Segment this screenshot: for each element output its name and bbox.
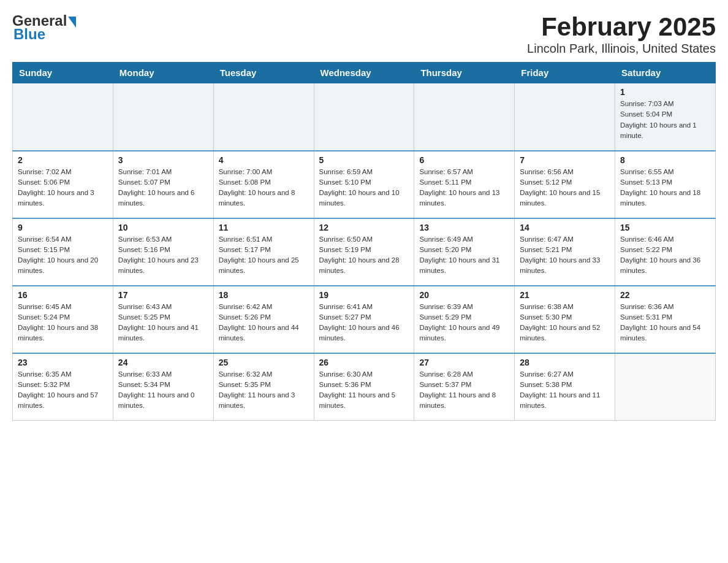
day-info: Sunrise: 6:55 AMSunset: 5:13 PMDaylight:… [620,167,710,209]
calendar-cell: 23Sunrise: 6:35 AMSunset: 5:32 PMDayligh… [13,353,113,421]
day-number: 23 [18,358,108,367]
calendar-cell: 10Sunrise: 6:53 AMSunset: 5:16 PMDayligh… [113,218,213,286]
day-number: 2 [18,155,108,165]
calendar-header-row: Sunday Monday Tuesday Wednesday Thursday… [13,63,716,83]
calendar-cell [414,83,515,151]
day-number: 18 [219,290,309,300]
col-wednesday: Wednesday [314,63,414,83]
col-tuesday: Tuesday [213,63,314,83]
col-monday: Monday [113,63,213,83]
day-number: 22 [620,290,710,300]
col-friday: Friday [515,63,615,83]
day-info: Sunrise: 6:30 AMSunset: 5:36 PMDaylight:… [319,369,409,412]
day-info: Sunrise: 6:36 AMSunset: 5:31 PMDaylight:… [620,302,710,344]
day-info: Sunrise: 7:03 AMSunset: 5:04 PMDaylight:… [620,99,710,141]
calendar-cell: 12Sunrise: 6:50 AMSunset: 5:19 PMDayligh… [314,218,414,286]
calendar-cell: 7Sunrise: 6:56 AMSunset: 5:12 PMDaylight… [515,151,615,218]
day-info: Sunrise: 6:39 AMSunset: 5:29 PMDaylight:… [419,302,509,344]
day-info: Sunrise: 6:27 AMSunset: 5:38 PMDaylight:… [520,369,610,412]
day-number: 16 [18,290,108,300]
calendar-cell: 9Sunrise: 6:54 AMSunset: 5:15 PMDaylight… [13,218,113,286]
logo-blue-text: Blue [13,26,45,43]
day-number: 13 [419,223,509,232]
day-number: 11 [219,223,309,232]
day-number: 21 [520,290,610,300]
day-number: 5 [319,155,409,165]
calendar-cell: 4Sunrise: 7:00 AMSunset: 5:08 PMDaylight… [213,151,314,218]
day-info: Sunrise: 6:50 AMSunset: 5:19 PMDaylight:… [319,234,409,277]
calendar-cell: 1Sunrise: 7:03 AMSunset: 5:04 PMDaylight… [615,83,716,151]
day-info: Sunrise: 7:02 AMSunset: 5:06 PMDaylight:… [18,167,108,209]
calendar-cell: 26Sunrise: 6:30 AMSunset: 5:36 PMDayligh… [314,353,414,421]
day-info: Sunrise: 6:32 AMSunset: 5:35 PMDaylight:… [219,369,309,412]
day-info: Sunrise: 6:53 AMSunset: 5:16 PMDaylight:… [118,234,208,277]
day-number: 27 [419,358,509,367]
day-number: 26 [319,358,409,367]
calendar-cell: 19Sunrise: 6:41 AMSunset: 5:27 PMDayligh… [314,286,414,353]
day-info: Sunrise: 6:33 AMSunset: 5:34 PMDaylight:… [118,369,208,412]
calendar-cell: 17Sunrise: 6:43 AMSunset: 5:25 PMDayligh… [113,286,213,353]
calendar-week-row: 2Sunrise: 7:02 AMSunset: 5:06 PMDaylight… [13,151,716,218]
calendar-cell: 14Sunrise: 6:47 AMSunset: 5:21 PMDayligh… [515,218,615,286]
calendar-cell: 21Sunrise: 6:38 AMSunset: 5:30 PMDayligh… [515,286,615,353]
day-info: Sunrise: 6:51 AMSunset: 5:17 PMDaylight:… [219,234,309,277]
day-info: Sunrise: 7:01 AMSunset: 5:07 PMDaylight:… [118,167,208,209]
calendar-cell: 8Sunrise: 6:55 AMSunset: 5:13 PMDaylight… [615,151,716,218]
day-number: 24 [118,358,208,367]
calendar-cell [314,83,414,151]
calendar-cell [113,83,213,151]
calendar-cell: 5Sunrise: 6:59 AMSunset: 5:10 PMDaylight… [314,151,414,218]
day-number: 14 [520,223,610,232]
day-info: Sunrise: 7:00 AMSunset: 5:08 PMDaylight:… [219,167,309,209]
day-info: Sunrise: 6:54 AMSunset: 5:15 PMDaylight:… [18,234,108,277]
col-sunday: Sunday [13,63,113,83]
logo: General Blue [12,12,76,43]
calendar-cell: 27Sunrise: 6:28 AMSunset: 5:37 PMDayligh… [414,353,515,421]
calendar-cell: 18Sunrise: 6:42 AMSunset: 5:26 PMDayligh… [213,286,314,353]
day-info: Sunrise: 6:41 AMSunset: 5:27 PMDaylight:… [319,302,409,344]
calendar-cell: 15Sunrise: 6:46 AMSunset: 5:22 PMDayligh… [615,218,716,286]
calendar-table: Sunday Monday Tuesday Wednesday Thursday… [12,62,716,421]
day-info: Sunrise: 6:46 AMSunset: 5:22 PMDaylight:… [620,234,710,277]
page-subtitle: Lincoln Park, Illinois, United States [527,42,716,56]
day-info: Sunrise: 6:35 AMSunset: 5:32 PMDaylight:… [18,369,108,412]
day-number: 17 [118,290,208,300]
calendar-cell [615,353,716,421]
day-info: Sunrise: 6:57 AMSunset: 5:11 PMDaylight:… [419,167,509,209]
calendar-cell: 25Sunrise: 6:32 AMSunset: 5:35 PMDayligh… [213,353,314,421]
day-number: 7 [520,155,610,165]
day-number: 9 [18,223,108,232]
day-number: 19 [319,290,409,300]
calendar-week-row: 23Sunrise: 6:35 AMSunset: 5:32 PMDayligh… [13,353,716,421]
calendar-week-row: 9Sunrise: 6:54 AMSunset: 5:15 PMDaylight… [13,218,716,286]
calendar-cell: 3Sunrise: 7:01 AMSunset: 5:07 PMDaylight… [113,151,213,218]
title-block: February 2025 Lincoln Park, Illinois, Un… [527,12,716,56]
calendar-cell: 24Sunrise: 6:33 AMSunset: 5:34 PMDayligh… [113,353,213,421]
day-info: Sunrise: 6:56 AMSunset: 5:12 PMDaylight:… [520,167,610,209]
day-number: 12 [319,223,409,232]
calendar-cell: 20Sunrise: 6:39 AMSunset: 5:29 PMDayligh… [414,286,515,353]
day-info: Sunrise: 6:47 AMSunset: 5:21 PMDaylight:… [520,234,610,277]
day-info: Sunrise: 6:42 AMSunset: 5:26 PMDaylight:… [219,302,309,344]
calendar-cell: 2Sunrise: 7:02 AMSunset: 5:06 PMDaylight… [13,151,113,218]
day-info: Sunrise: 6:49 AMSunset: 5:20 PMDaylight:… [419,234,509,277]
calendar-cell: 6Sunrise: 6:57 AMSunset: 5:11 PMDaylight… [414,151,515,218]
day-info: Sunrise: 6:45 AMSunset: 5:24 PMDaylight:… [18,302,108,344]
day-number: 25 [219,358,309,367]
day-number: 4 [219,155,309,165]
calendar-cell: 16Sunrise: 6:45 AMSunset: 5:24 PMDayligh… [13,286,113,353]
calendar-week-row: 1Sunrise: 7:03 AMSunset: 5:04 PMDaylight… [13,83,716,151]
day-number: 28 [520,358,610,367]
day-info: Sunrise: 6:38 AMSunset: 5:30 PMDaylight:… [520,302,610,344]
page-header: General Blue February 2025 Lincoln Park,… [12,12,716,56]
calendar-cell [13,83,113,151]
calendar-cell: 13Sunrise: 6:49 AMSunset: 5:20 PMDayligh… [414,218,515,286]
day-number: 20 [419,290,509,300]
day-number: 3 [118,155,208,165]
day-number: 10 [118,223,208,232]
col-saturday: Saturday [615,63,716,83]
day-info: Sunrise: 6:59 AMSunset: 5:10 PMDaylight:… [319,167,409,209]
day-info: Sunrise: 6:28 AMSunset: 5:37 PMDaylight:… [419,369,509,412]
day-number: 1 [620,87,710,97]
page-title: February 2025 [527,12,716,42]
